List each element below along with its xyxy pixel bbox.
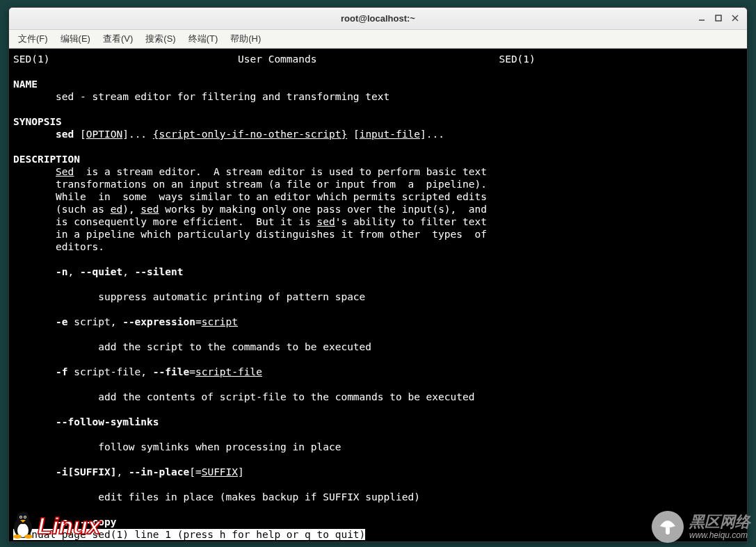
watermark-heiqu: 黑区网络 www.heiqu.com <box>652 511 750 543</box>
window-title: root@localhost:~ <box>341 13 415 24</box>
opt-n-desc: suppress automatic printing of pattern s… <box>13 291 365 302</box>
svg-point-11 <box>13 534 22 539</box>
mushroom-icon <box>652 511 684 543</box>
close-button[interactable] <box>727 11 743 25</box>
desc-l4c: works by making only one pass over the i… <box>159 204 487 215</box>
watermark-linux: Linux <box>10 509 101 541</box>
menu-help[interactable]: 帮助(H) <box>224 31 267 47</box>
name-line: sed - stream editor for filtering and tr… <box>13 91 389 102</box>
menu-edit[interactable]: 编辑(E) <box>54 31 97 47</box>
svg-point-9 <box>20 516 22 518</box>
menu-search[interactable]: 搜索(S) <box>139 31 182 47</box>
desc-ed: ed <box>111 204 122 215</box>
opt-e-script: script <box>202 316 238 327</box>
desc-l2: transformations on an input stream (a fi… <box>13 179 487 190</box>
desc-l1: is a stream editor. A stream editor is u… <box>74 166 487 177</box>
maximize-button[interactable] <box>711 11 726 25</box>
opt-i-suffix: SUFFIX <box>202 466 238 477</box>
syn-option: OPTION <box>86 129 122 140</box>
desc-sed3: sed <box>317 216 335 227</box>
opt-expression: --expression <box>122 316 195 327</box>
menu-view[interactable]: 查看(V) <box>97 31 139 47</box>
opt-f-arg: script-file, <box>68 366 153 377</box>
opt-follow: --follow-symlinks <box>56 416 159 427</box>
minimize-button[interactable] <box>694 11 709 25</box>
watermark-heiqu-url: www.heiqu.com <box>689 531 750 540</box>
window-controls <box>694 11 743 25</box>
opt-inplace: --in-place <box>129 466 189 477</box>
man-header-left: SED(1) <box>13 54 49 65</box>
opt-f: -f <box>56 366 67 377</box>
desc-sed2: sed <box>140 204 159 215</box>
menu-terminal[interactable]: 终端(T) <box>182 31 225 47</box>
desc-sed: Sed <box>56 166 74 177</box>
opt-follow-desc: follow symlinks when processing in place <box>13 441 341 452</box>
watermark-heiqu-text: 黑区网络 www.heiqu.com <box>689 514 750 539</box>
opt-n: -n <box>56 266 67 277</box>
desc-l5b: 's ability to filter text <box>335 216 487 227</box>
terminal-content[interactable]: SED(1) User Commands SED(1) NAME sed - s… <box>9 49 747 541</box>
menubar: 文件(F) 编辑(E) 查看(V) 搜索(S) 终端(T) 帮助(H) <box>9 30 747 49</box>
opt-f-desc: add the contents of script-file to the c… <box>13 391 474 402</box>
syn-input: input-file <box>360 129 420 140</box>
desc-l4b: ), <box>122 204 140 215</box>
desc-l3: While in some ways similar to an editor … <box>13 191 487 202</box>
opt-f-script: script-file <box>195 366 262 377</box>
penguin-icon <box>10 509 36 541</box>
opt-file: --file <box>153 366 189 377</box>
syn-sed: sed <box>56 129 74 140</box>
opt-quiet: --quiet <box>80 266 122 277</box>
section-synopsis: SYNOPSIS <box>13 116 62 127</box>
titlebar[interactable]: root@localhost:~ <box>9 8 747 30</box>
svg-rect-13 <box>666 526 670 534</box>
section-description: DESCRIPTION <box>13 154 80 165</box>
syn-script: {script-only-if-no-other-script} <box>153 129 347 140</box>
opt-silent: --silent <box>135 266 184 277</box>
svg-point-10 <box>24 516 26 518</box>
opt-e-arg: script, <box>68 316 123 327</box>
svg-rect-1 <box>716 15 721 21</box>
desc-l5a: is consequently more efficient. But it i… <box>13 216 317 227</box>
desc-l4a: (such as <box>13 204 111 215</box>
svg-point-12 <box>24 534 33 539</box>
desc-l7: editors. <box>13 241 104 252</box>
desc-l6: in a pipeline which particularly disting… <box>13 229 487 240</box>
opt-e-desc: add the script to the commands to be exe… <box>13 341 371 352</box>
section-name: NAME <box>13 79 38 90</box>
man-header-center: User Commands <box>238 54 317 65</box>
menu-file[interactable]: 文件(F) <box>12 31 54 47</box>
opt-i: -i[SUFFIX] <box>56 466 116 477</box>
terminal-window: root@localhost:~ 文件(F) 编辑(E) 查看(V) 搜索(S)… <box>8 7 748 542</box>
watermark-linux-text: Linux <box>38 512 101 539</box>
man-header-right: SED(1) <box>499 54 535 65</box>
opt-e: -e <box>56 316 67 327</box>
opt-i-desc: edit files in place (makes backup if SUF… <box>13 491 420 503</box>
watermark-heiqu-cn: 黑区网络 <box>689 514 750 530</box>
